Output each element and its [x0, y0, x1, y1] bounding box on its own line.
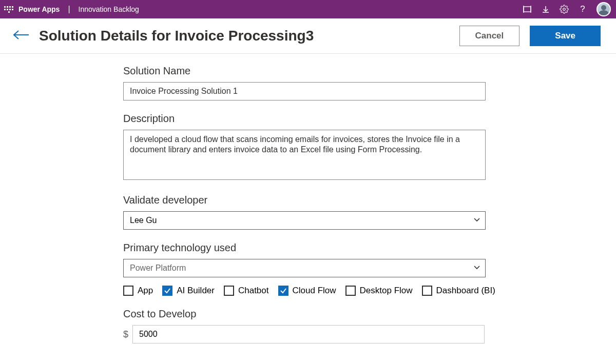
form-area: Solution Name Description Validate devel… [123, 54, 610, 343]
header-left: Solution Details for Invoice Processing3 [12, 28, 314, 44]
fit-icon[interactable] [523, 5, 532, 14]
solution-name-input[interactable] [123, 82, 486, 100]
validate-developer-select[interactable]: Lee Gu [123, 211, 486, 230]
topbar-right: ? [523, 2, 611, 16]
breadcrumb[interactable]: Innovation Backlog [79, 5, 139, 13]
checkbox-dashboard[interactable]: Dashboard (BI) [422, 286, 495, 296]
chevron-down-icon [473, 215, 481, 226]
solution-name-section: Solution Name [123, 65, 610, 100]
checkbox-box [123, 286, 133, 296]
checkbox-label: Desktop Flow [360, 286, 413, 296]
header-right: Cancel Save [459, 26, 601, 46]
download-icon[interactable] [541, 5, 550, 14]
cost-section: Cost to Develop $ [123, 308, 610, 343]
tech-checkbox-row: App AI Builder Chatbot Cloud Flow Deskto… [123, 286, 610, 296]
checkbox-label: Cloud Flow [293, 286, 336, 296]
page-header: Solution Details for Invoice Processing3… [0, 18, 616, 54]
topbar-left: Power Apps | Innovation Backlog [4, 5, 139, 14]
solution-name-label: Solution Name [123, 65, 610, 77]
checkbox-label: App [138, 286, 153, 296]
save-button[interactable]: Save [530, 26, 601, 46]
cost-row: $ [123, 325, 610, 343]
chevron-down-icon [473, 263, 481, 273]
checkbox-box [422, 286, 432, 296]
help-icon[interactable]: ? [578, 5, 587, 14]
svg-point-5 [563, 8, 566, 11]
checkbox-chatbot[interactable]: Chatbot [224, 286, 269, 296]
checkbox-ai-builder[interactable]: AI Builder [162, 286, 215, 296]
description-section: Description [123, 113, 610, 182]
checkbox-cloud-flow[interactable]: Cloud Flow [278, 286, 336, 296]
primary-tech-section: Primary technology used Power Platform A… [123, 242, 610, 296]
description-label: Description [123, 113, 610, 125]
divider: | [68, 5, 70, 14]
checkbox-box [224, 286, 234, 296]
checkbox-desktop-flow[interactable]: Desktop Flow [345, 286, 413, 296]
validate-developer-value: Lee Gu [130, 216, 157, 225]
app-name: Power Apps [18, 5, 60, 13]
checkbox-label: Chatbot [238, 286, 269, 296]
primary-tech-label: Primary technology used [123, 242, 610, 254]
cancel-button[interactable]: Cancel [459, 26, 520, 46]
topbar: Power Apps | Innovation Backlog ? [0, 0, 616, 18]
checkbox-label: AI Builder [177, 286, 215, 296]
validate-developer-section: Validate developer Lee Gu [123, 194, 610, 230]
svg-rect-0 [524, 7, 531, 12]
checkbox-app[interactable]: App [123, 286, 153, 296]
description-input[interactable] [123, 130, 486, 180]
checkbox-box [162, 286, 172, 296]
cost-currency: $ [123, 329, 128, 340]
validate-developer-label: Validate developer [123, 194, 610, 206]
cost-input[interactable] [132, 325, 485, 343]
cost-label: Cost to Develop [123, 308, 610, 320]
page-title: Solution Details for Invoice Processing3 [39, 28, 314, 44]
primary-tech-select[interactable]: Power Platform [123, 259, 486, 277]
checkbox-label: Dashboard (BI) [436, 286, 495, 296]
avatar[interactable] [596, 2, 611, 16]
checkbox-box [345, 286, 356, 296]
back-arrow-icon[interactable] [12, 29, 30, 43]
settings-icon[interactable] [560, 5, 569, 14]
checkbox-box [278, 286, 288, 296]
app-launcher-icon[interactable] [4, 5, 13, 14]
primary-tech-value: Power Platform [130, 264, 186, 273]
